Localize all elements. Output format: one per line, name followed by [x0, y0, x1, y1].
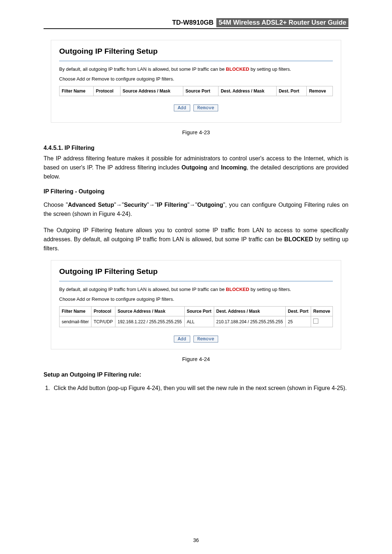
cell-src-addr: 192.168.1.222 / 255.255.255.255 [115, 316, 184, 327]
col-filter-name: Filter Name [60, 86, 94, 96]
blocked-word: BLOCKED [226, 66, 249, 72]
col-src-addr: Source Address / Mask [115, 307, 184, 316]
cell-filter-name: sendmail-filter [60, 316, 91, 327]
step1-a: Click the [54, 385, 77, 391]
setup-step-1: Click the Add button (pop-up Figure 4-24… [52, 384, 348, 393]
intro-after: by setting up filters. [249, 66, 291, 72]
paragraph-2: Choose "Advanced Setup"→"Security"→"IP F… [44, 201, 348, 219]
p2-a: Choose " [44, 202, 68, 208]
button-row: Add Remove [59, 335, 333, 342]
panel-title: Outgoing IP Filtering Setup [59, 267, 333, 276]
col-dst-addr: Dest. Address / Mask [219, 86, 277, 96]
step1-b: button (pop-up Figure 4-24), then you wi… [87, 385, 347, 391]
panel-divider [59, 61, 333, 61]
col-dst-port: Dest. Port [286, 307, 311, 316]
arrow-icon-1: → [116, 202, 122, 208]
col-dst-addr: Dest. Address / Mask [214, 307, 285, 316]
cell-dst-addr: 210.17.188.204 / 255.255.255.255 [214, 316, 285, 327]
col-protocol: Protocol [91, 307, 115, 316]
p2-out: Outgoing [197, 202, 223, 208]
panel-choose: Choose Add or Remove to configure outgoi… [59, 76, 333, 82]
table-row: sendmail-filter TCP/UDP 192.168.1.222 / … [60, 316, 333, 327]
cell-src-port: ALL [184, 316, 214, 327]
p2-sec: Security [124, 202, 147, 208]
header-title: 54M Wireless ADSL2+ Router User Guide [216, 18, 348, 27]
panel-choose: Choose Add or Remove to configure outgoi… [59, 296, 333, 302]
add-button[interactable]: Add [174, 104, 190, 111]
intro-before: By default, all outgoing IP traffic from… [59, 66, 226, 72]
p1-outgoing: Outgoing [181, 164, 207, 171]
remove-button[interactable]: Remove [193, 104, 219, 111]
add-button[interactable]: Add [174, 336, 190, 342]
paragraph-3: The Outgoing IP Filtering feature allows… [44, 226, 348, 253]
cell-dst-port: 25 [286, 316, 311, 327]
page-header: TD-W8910GB 54M Wireless ADSL2+ Router Us… [44, 18, 348, 27]
col-dst-port: Dest. Port [276, 86, 307, 96]
table-header-row: Filter Name Protocol Source Address / Ma… [60, 86, 333, 96]
panel-intro: By default, all outgoing IP traffic from… [59, 66, 333, 72]
p1-and: and [207, 164, 221, 171]
panel-divider [59, 281, 333, 282]
p3-blocked: BLOCKED [284, 236, 313, 242]
intro-before: By default, all outgoing IP traffic from… [59, 287, 226, 292]
blocked-word: BLOCKED [226, 287, 249, 292]
button-row: Add Remove [59, 104, 333, 111]
panel-title: Outgoing IP Filtering Setup [59, 47, 333, 56]
panel-intro: By default, all outgoing IP traffic from… [59, 287, 333, 292]
col-src-port: Source Port [183, 86, 219, 96]
col-filter-name: Filter Name [60, 307, 91, 316]
p1-incoming: Incoming [221, 164, 247, 171]
remove-checkbox[interactable] [313, 319, 318, 324]
filtering-panel-empty: Outgoing IP Filtering Setup By default, … [51, 40, 341, 123]
table-header-row: Filter Name Protocol Source Address / Ma… [60, 307, 333, 316]
header-divider [44, 28, 348, 29]
col-src-port: Source Port [184, 307, 214, 316]
col-remove: Remove [311, 307, 333, 316]
filter-table: Filter Name Protocol Source Address / Ma… [59, 306, 333, 327]
filtering-panel-populated: Outgoing IP Filtering Setup By default, … [51, 260, 341, 349]
p2-adv: Advanced Setup [68, 202, 114, 208]
arrow-icon-2: → [149, 202, 155, 208]
intro-after: by setting up filters. [249, 287, 291, 292]
section-heading: 4.4.5.1. IP Filtering [44, 145, 348, 151]
filter-table-empty: Filter Name Protocol Source Address / Ma… [59, 86, 333, 96]
p2-ipf: IP Filtering [157, 202, 187, 208]
cell-remove [311, 316, 333, 327]
step1-add: Add [77, 385, 87, 391]
col-src-addr: Source Address / Mask [120, 86, 183, 96]
cell-protocol: TCP/UDP [91, 316, 115, 327]
sub-heading: IP Filtering - Outgoing [44, 188, 348, 195]
paragraph-1: The IP address filtering feature makes i… [44, 154, 348, 181]
setup-heading: Setup an Outgoing IP Filtering rule: [44, 372, 348, 378]
figure-caption-2: Figure 4-24 [44, 356, 348, 362]
figure-caption-1: Figure 4-23 [44, 129, 348, 135]
arrow-icon-3: → [189, 202, 195, 208]
remove-button[interactable]: Remove [193, 336, 219, 342]
col-remove: Remove [307, 86, 333, 96]
header-model: TD-W8910GB [172, 19, 213, 26]
col-protocol: Protocol [93, 86, 120, 96]
setup-list: Click the Add button (pop-up Figure 4-24… [52, 384, 348, 393]
page-number: 36 [0, 537, 392, 543]
